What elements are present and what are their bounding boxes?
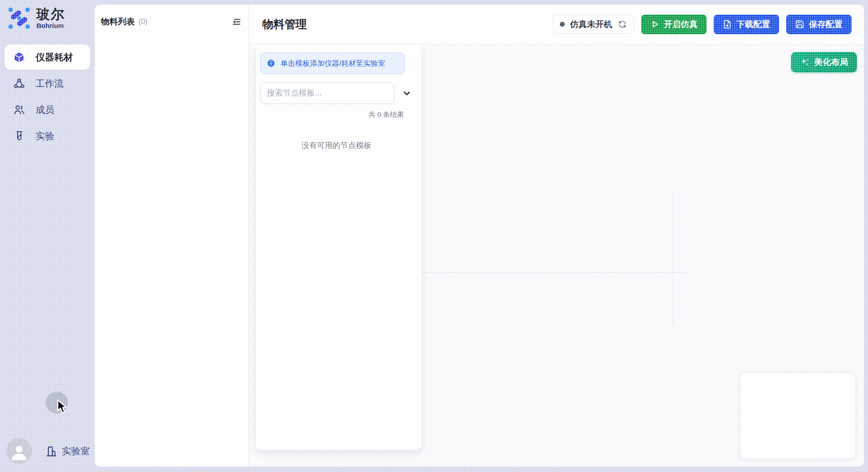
start-simulation-button[interactable]: 开启仿真 [641, 15, 707, 34]
cube-icon [13, 52, 25, 63]
brand-name-cn: 玻尔 [36, 7, 65, 22]
building-icon [45, 445, 57, 457]
start-simulation-label: 开启仿真 [664, 19, 698, 30]
material-list-title: 物料列表 [101, 16, 135, 28]
workflow-icon [13, 78, 25, 89]
sidebar-item-label: 仪器耗材 [36, 51, 73, 64]
download-config-button[interactable]: 下载配置 [714, 15, 779, 34]
simulation-status-pill: 仿真未开机 [552, 15, 634, 34]
search-input[interactable] [260, 82, 394, 104]
sidebar-item-instruments[interactable]: 仪器耗材 [4, 44, 90, 70]
file-download-icon [723, 20, 732, 29]
material-list-count: (0) [138, 17, 148, 26]
status-dot-icon [560, 22, 565, 27]
save-config-button[interactable]: 保存配置 [786, 15, 852, 34]
empty-state-text: 没有可用的节点模板 [260, 140, 413, 151]
download-config-label: 下载配置 [736, 19, 770, 30]
sidebar-footer: 实验室 [6, 438, 90, 464]
sidebar-item-label: 实验 [36, 130, 54, 142]
lab-label: 实验室 [62, 445, 90, 457]
canvas-guide-horizontal [422, 272, 687, 273]
beautify-layout-button[interactable]: 美化布局 [791, 52, 857, 72]
refresh-status-button[interactable] [618, 20, 627, 29]
template-panel: 单击模板添加仪器/耗材至实验室 共 0 条结果 没有可用的节点模板 [256, 44, 422, 450]
material-list-panel: 物料列表 (0) [95, 4, 249, 467]
material-list-header: 物料列表 (0) [101, 16, 242, 28]
save-config-label: 保存配置 [809, 19, 843, 30]
sparkles-icon [800, 57, 810, 67]
mouse-cursor-icon [55, 399, 68, 415]
bohrium-logo-icon [7, 6, 31, 30]
main-header: 物料管理 仿真未开机 [249, 4, 864, 44]
result-count: 共 0 条结果 [260, 110, 404, 120]
header-actions: 仿真未开机 开启仿真 [552, 15, 852, 34]
content-card: 物料列表 (0) 物料管理 仿真未开机 [95, 4, 864, 467]
sidebar-item-label: 工作流 [36, 77, 64, 90]
avatar[interactable] [6, 438, 32, 464]
users-icon [13, 104, 25, 116]
test-tube-icon [13, 130, 25, 142]
user-icon [9, 442, 29, 462]
refresh-icon [618, 20, 627, 28]
sidebar-item-label: 成员 [36, 104, 54, 116]
search-row [260, 82, 413, 104]
collapse-panel-button[interactable] [231, 16, 242, 28]
expand-filters-button[interactable] [402, 88, 413, 99]
canvas[interactable]: 单击模板添加仪器/耗材至实验室 共 0 条结果 没有可用的节点模板 [249, 44, 864, 467]
main-area: 物料管理 仿真未开机 [249, 4, 864, 467]
info-banner-text: 单击模板添加仪器/耗材至实验室 [281, 59, 386, 68]
chevron-down-icon [402, 88, 412, 99]
brand: 玻尔 Bohrium [4, 6, 90, 30]
info-icon [267, 59, 275, 68]
status-text: 仿真未开机 [570, 19, 612, 30]
minimap[interactable] [739, 372, 856, 459]
page-title: 物料管理 [262, 17, 307, 32]
lab-entry[interactable]: 实验室 [45, 445, 90, 457]
info-banner: 单击模板添加仪器/耗材至实验室 [260, 52, 405, 74]
collapse-icon [232, 17, 241, 27]
sidebar-item-members[interactable]: 成员 [4, 97, 90, 122]
save-icon [795, 20, 804, 29]
sidebar-item-experiments[interactable]: 实验 [4, 123, 90, 148]
sidebar-nav: 仪器耗材 工作流 成员 [4, 44, 90, 148]
brand-name-en: Bohrium [36, 22, 65, 30]
beautify-layout-label: 美化布局 [814, 56, 848, 68]
sidebar-item-workflow[interactable]: 工作流 [4, 71, 90, 96]
play-icon [650, 20, 659, 29]
canvas-guide-vertical [673, 191, 674, 324]
